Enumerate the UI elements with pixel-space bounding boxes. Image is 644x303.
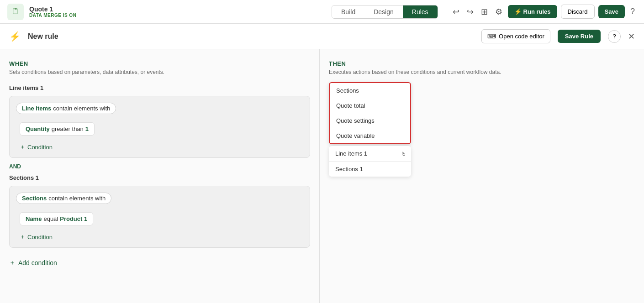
plus-icon-bar: ＋ (9, 259, 16, 267)
line-items-section-title: Line items 1 (9, 84, 310, 91)
sections-section-title: Sections 1 (9, 174, 310, 181)
line-items-keyword: Line items (22, 105, 51, 112)
line-items-pill[interactable]: Line items contain elements with (16, 103, 116, 114)
plus-icon-2: ＋ (20, 233, 26, 241)
dropdown-item-line-items-1[interactable]: Line items 1 🖱 (329, 146, 411, 161)
app-logo: 🗒 (7, 4, 24, 20)
sections-condition-group: Sections contain elements with Name equa… (9, 186, 310, 248)
lightning-icon: ⚡ (514, 8, 522, 15)
dropdown-item-quote-settings[interactable]: Quote settings (330, 113, 410, 128)
sections-pill[interactable]: Sections contain elements with (16, 193, 111, 204)
update-dropdown: Sections Quote total Quote settings Quot… (329, 82, 411, 144)
line-items-pill-text: contain elements with (53, 105, 110, 112)
redo-button[interactable]: ↪ (465, 5, 475, 19)
close-rule-button[interactable]: ✕ (628, 31, 635, 42)
name-condition[interactable]: Name equal Product 1 (20, 212, 93, 225)
quantity-keyword: Quantity (26, 125, 50, 132)
rule-header: ⚡ New rule ⌨ Open code editor Save Rule … (0, 24, 644, 49)
tab-rules[interactable]: Rules (403, 5, 438, 18)
undo-button[interactable]: ↩ (451, 5, 461, 19)
discard-button[interactable]: Discard (561, 5, 595, 19)
when-label: WHEN (9, 60, 310, 67)
sections-pill-text: contain elements with (48, 195, 106, 202)
layers-button[interactable]: ⊞ (479, 5, 490, 19)
add-condition-2-button[interactable]: ＋ Condition (20, 233, 53, 241)
quantity-operator: greater than (52, 125, 84, 132)
top-bar: 🗒 Quote 1 DATA MERGE IS ON Build Design … (0, 0, 644, 24)
top-bar-actions: ↩ ↪ ⊞ ⚙ ⚡ Run rules Discard Save ? (451, 5, 637, 19)
add-condition-bar-button[interactable]: ＋ Add condition (9, 259, 57, 267)
name-keyword: Name (26, 215, 42, 222)
dropdown-item-sections[interactable]: Sections (330, 83, 410, 98)
dropdown-extra: Line items 1 🖱 Sections 1 (329, 146, 411, 177)
main-tabs: Build Design Rules (332, 5, 438, 19)
document-title: Quote 1 DATA MERGE IS ON (29, 5, 76, 18)
save-button[interactable]: Save (598, 5, 625, 18)
dropdown-item-quote-total[interactable]: Quote total (330, 98, 410, 113)
save-rule-button[interactable]: Save Rule (558, 30, 601, 43)
main-content: WHEN Sets conditions based on parameters… (0, 49, 644, 303)
tab-build[interactable]: Build (332, 5, 364, 18)
quantity-condition[interactable]: Quantity greater than 1 (20, 122, 95, 136)
rule-title: New rule (28, 32, 474, 41)
then-panel: THEN Executes actions based on these con… (320, 49, 644, 303)
add-condition-1-button[interactable]: ＋ Condition (20, 143, 53, 151)
tab-design[interactable]: Design (364, 5, 403, 18)
dropdown-item-quote-variable[interactable]: Quote variable (330, 128, 410, 143)
code-icon: ⌨ (487, 33, 496, 40)
logo-icon: 🗒 (11, 7, 20, 16)
sections-keyword: Sections (22, 195, 47, 202)
dropdown-item-sections-1[interactable]: Sections 1 (329, 162, 411, 177)
when-panel: WHEN Sets conditions based on parameters… (0, 49, 320, 303)
settings-button[interactable]: ⚙ (493, 5, 504, 19)
name-operator: equal (43, 215, 58, 222)
and-label: AND (9, 163, 310, 170)
run-rules-button[interactable]: ⚡ Run rules (508, 5, 557, 18)
quantity-value: 1 (85, 125, 89, 132)
line-items-condition-group: Line items contain elements with Quantit… (9, 96, 310, 158)
doc-name: Quote 1 (29, 5, 76, 13)
rule-icon: ⚡ (9, 31, 21, 42)
cursor-icon: 🖱 (401, 151, 406, 157)
then-label: THEN (329, 60, 635, 67)
help-button[interactable]: ? (628, 5, 637, 18)
rule-help-button[interactable]: ? (608, 30, 621, 43)
data-merge-status: DATA MERGE IS ON (29, 13, 76, 18)
open-code-editor-button[interactable]: ⌨ Open code editor (481, 29, 550, 43)
when-description: Sets conditions based on parameters, dat… (9, 69, 310, 75)
dropdown-container: Sections Quote total Quote settings Quot… (329, 82, 411, 177)
plus-icon-1: ＋ (20, 143, 26, 151)
name-value: Product 1 (60, 215, 87, 222)
then-description: Executes actions based on these conditio… (329, 69, 635, 75)
